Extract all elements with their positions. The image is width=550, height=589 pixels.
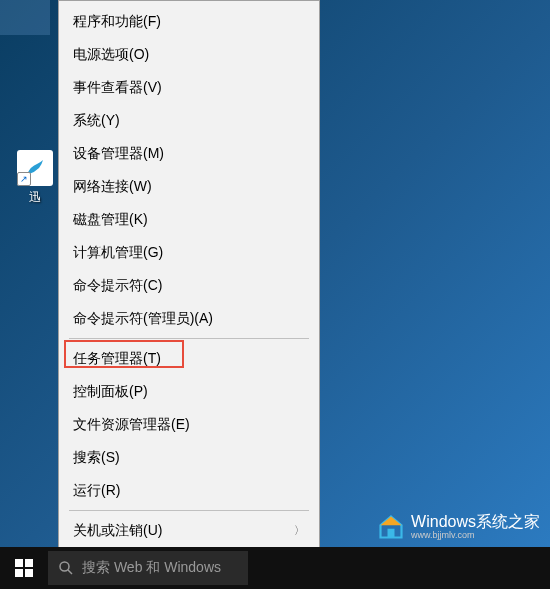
menu-computer-management[interactable]: 计算机管理(G) [59,236,319,269]
watermark: Windows系统之家 www.bjjmlv.com [377,513,540,541]
menu-item-label: 文件资源管理器(E) [73,414,190,435]
partial-icon-topleft [0,0,50,35]
menu-separator [69,510,309,511]
menu-shutdown-signout[interactable]: 关机或注销(U) 〉 [59,514,319,547]
svg-rect-0 [388,529,395,538]
search-placeholder: 搜索 Web 和 Windows [82,559,221,577]
svg-rect-1 [15,559,23,567]
menu-file-explorer[interactable]: 文件资源管理器(E) [59,408,319,441]
watermark-sub-text: www.bjjmlv.com [411,531,540,541]
watermark-main-text: Windows系统之家 [411,513,540,531]
menu-programs-features[interactable]: 程序和功能(F) [59,5,319,38]
menu-item-label: 命令提示符(管理员)(A) [73,308,213,329]
menu-item-label: 计算机管理(G) [73,242,163,263]
watermark-text: Windows系统之家 www.bjjmlv.com [411,513,540,540]
svg-rect-2 [25,559,33,567]
menu-item-label: 任务管理器(T) [73,348,161,369]
menu-device-manager[interactable]: 设备管理器(M) [59,137,319,170]
menu-item-label: 事件查看器(V) [73,77,162,98]
windows-logo-icon [15,559,33,577]
menu-item-label: 系统(Y) [73,110,120,131]
menu-item-label: 网络连接(W) [73,176,152,197]
chevron-right-icon: 〉 [294,522,305,539]
desktop-shortcut[interactable]: ↗ 迅 [15,150,55,206]
menu-system[interactable]: 系统(Y) [59,104,319,137]
menu-item-label: 搜索(S) [73,447,120,468]
search-icon [58,560,74,576]
menu-event-viewer[interactable]: 事件查看器(V) [59,71,319,104]
winx-context-menu: 程序和功能(F) 电源选项(O) 事件查看器(V) 系统(Y) 设备管理器(M)… [58,0,320,585]
menu-run[interactable]: 运行(R) [59,474,319,507]
menu-item-label: 设备管理器(M) [73,143,164,164]
menu-cmd[interactable]: 命令提示符(C) [59,269,319,302]
menu-item-label: 关机或注销(U) [73,520,162,541]
menu-item-label: 运行(R) [73,480,120,501]
menu-item-label: 命令提示符(C) [73,275,162,296]
house-icon [377,513,405,541]
menu-search[interactable]: 搜索(S) [59,441,319,474]
menu-network-connections[interactable]: 网络连接(W) [59,170,319,203]
desktop-shortcut-image: ↗ [17,150,53,186]
taskbar-search[interactable]: 搜索 Web 和 Windows [48,551,248,585]
menu-item-label: 程序和功能(F) [73,11,161,32]
menu-item-label: 控制面板(P) [73,381,148,402]
taskbar: 搜索 Web 和 Windows [0,547,550,589]
menu-item-label: 电源选项(O) [73,44,149,65]
menu-task-manager[interactable]: 任务管理器(T) [59,342,319,375]
shortcut-arrow-icon: ↗ [17,172,31,186]
menu-control-panel[interactable]: 控制面板(P) [59,375,319,408]
menu-item-label: 磁盘管理(K) [73,209,148,230]
menu-disk-management[interactable]: 磁盘管理(K) [59,203,319,236]
desktop-shortcut-label: 迅 [15,189,55,206]
svg-rect-3 [15,569,23,577]
start-button[interactable] [0,547,48,589]
svg-point-5 [60,562,69,571]
svg-rect-4 [25,569,33,577]
menu-power-options[interactable]: 电源选项(O) [59,38,319,71]
menu-cmd-admin[interactable]: 命令提示符(管理员)(A) [59,302,319,335]
svg-line-6 [68,570,72,574]
menu-separator [69,338,309,339]
